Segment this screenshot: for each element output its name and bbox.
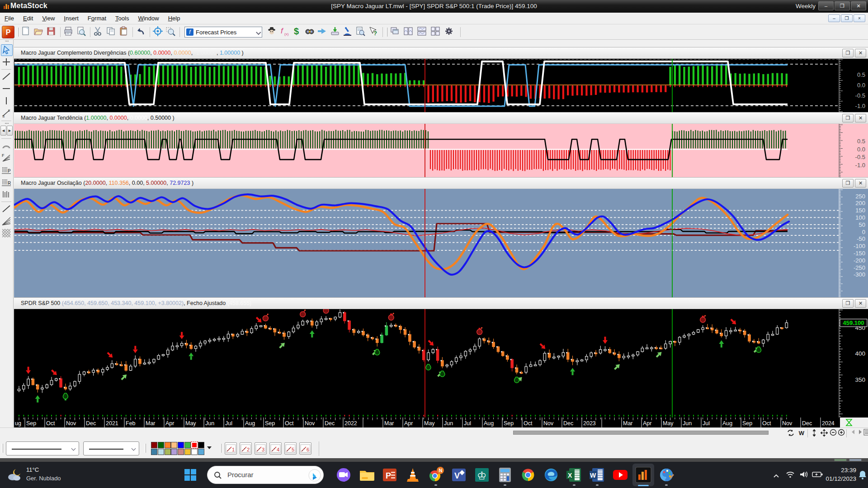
tool-trendline-diagonal-button[interactable]	[1, 71, 13, 83]
toolbar-crosshair-target-button[interactable]	[153, 26, 165, 38]
tray-chevron-icon[interactable]	[773, 472, 779, 476]
tool-fibonacci-retracement-button[interactable]: R	[1, 177, 13, 188]
template-2-button[interactable]: 2	[240, 442, 252, 455]
tool-fibonacci-price-button[interactable]: P	[1, 164, 13, 176]
horizontal-scrollbar-thumb[interactable]	[513, 431, 769, 435]
color-swatch[interactable]	[191, 449, 198, 455]
toolbar-copy-button[interactable]	[106, 26, 118, 38]
battery-icon[interactable]	[812, 471, 823, 478]
toolbar-scan-button[interactable]	[305, 26, 316, 38]
color-swatch[interactable]	[158, 449, 164, 455]
panel-restore-button[interactable]: ❒	[842, 179, 854, 188]
toolbar-undo-button[interactable]	[136, 26, 147, 38]
template-1-button[interactable]: 1	[225, 442, 237, 455]
toolbar-cascade-windows-button[interactable]	[390, 26, 401, 38]
color-swatch[interactable]	[158, 442, 164, 448]
taskbar-excel-icon[interactable]: X	[566, 466, 583, 483]
toolbar-print-button[interactable]	[63, 26, 75, 38]
toolbar-open-folder-button[interactable]	[33, 26, 45, 38]
color-swatch[interactable]	[184, 442, 191, 448]
maximize-button[interactable]: ❒	[835, 1, 850, 10]
toolbar-cut-button[interactable]	[93, 26, 105, 38]
close-button[interactable]: ✕	[851, 1, 866, 10]
tool-arc-button[interactable]	[1, 140, 13, 152]
wifi-icon[interactable]	[786, 471, 795, 478]
template-3-button[interactable]: 3	[255, 442, 267, 455]
tool-fibonacci-fan-button[interactable]: F	[1, 152, 13, 164]
powerbar-p-button[interactable]: P	[2, 26, 14, 38]
taskbar-visio-icon[interactable]: V	[450, 466, 467, 483]
scroll-weekly-button[interactable]: W	[797, 429, 807, 438]
minimize-button[interactable]: –	[818, 1, 834, 10]
tool-trendline2-button[interactable]	[1, 203, 13, 215]
forecast-combo[interactable]: fForecast Prices	[184, 27, 262, 38]
tool-hatch-pattern-button[interactable]	[1, 228, 13, 239]
toolbar-options-gear-button[interactable]	[444, 26, 456, 38]
status-button-green[interactable]	[834, 459, 847, 461]
color-swatch[interactable]	[171, 442, 177, 448]
panel-restore-button[interactable]: ❒	[842, 299, 854, 308]
toolbar-indicator-builder-button[interactable]: f(x)	[279, 26, 291, 38]
taskbar-word-icon[interactable]: W	[589, 466, 606, 483]
toolbar-save-button[interactable]	[46, 26, 58, 38]
menu-window[interactable]: Window	[133, 13, 163, 24]
nav-left-button[interactable]: ◄	[0, 126, 6, 136]
time-axis[interactable]: ugSepOctNovDec2021FebMarAprMayJunJulAugS…	[14, 418, 868, 427]
scroll-menu-button[interactable]	[862, 429, 868, 438]
tool-trendline-vertical-button[interactable]	[1, 95, 13, 107]
divergencias-chart[interactable]: 0.50.0-0.5-1.0	[14, 59, 868, 112]
notification-bell-icon[interactable]	[858, 470, 867, 480]
toolbar-system-tester-button[interactable]	[343, 26, 354, 38]
toolbar-forward-test-button[interactable]	[317, 26, 329, 38]
menu-file[interactable]: File	[0, 13, 19, 24]
color-swatch[interactable]	[178, 449, 184, 455]
child-restore-button[interactable]: ❐	[841, 14, 853, 22]
color-swatch[interactable]	[151, 449, 157, 455]
template-5-button[interactable]: 5	[284, 442, 297, 455]
toolbar-tile-vertical-button[interactable]	[403, 26, 415, 38]
menu-format[interactable]: Format	[83, 13, 111, 24]
price-chart[interactable]: 450400350459.100	[14, 309, 868, 418]
taskbar-metastock-icon[interactable]	[635, 466, 652, 483]
taskbar-teams-video-icon[interactable]	[335, 466, 352, 483]
taskbar-paint-icon[interactable]	[658, 466, 675, 483]
taskbar-calculator-icon[interactable]	[496, 466, 514, 483]
color-swatch[interactable]	[165, 449, 171, 455]
menu-tools[interactable]: Tools	[111, 13, 133, 24]
scroll-zoom-in-button[interactable]	[836, 429, 846, 438]
status-button-blue[interactable]	[849, 459, 862, 461]
menu-help[interactable]: Help	[164, 13, 185, 24]
toolbar-new-document-button[interactable]	[21, 26, 33, 38]
toolbar-zoom-button[interactable]	[165, 26, 177, 38]
toolbar-dollar-button[interactable]: $	[292, 26, 304, 38]
panel-close-button[interactable]: ✕	[855, 49, 866, 57]
palette-dropdown-arrow[interactable]	[207, 446, 212, 449]
color-swatch[interactable]	[191, 442, 198, 448]
color-swatch[interactable]	[178, 442, 184, 448]
color-swatch[interactable]	[184, 449, 191, 455]
toolbar-downloader-button[interactable]	[330, 26, 342, 38]
panel-restore-button[interactable]: ❒	[842, 114, 854, 122]
child-minimize-button[interactable]: –	[828, 14, 840, 22]
tool-crosshair-plus-button[interactable]	[1, 56, 13, 68]
toolbar-tile-quad-button[interactable]	[430, 26, 442, 38]
tool-pointer-button[interactable]	[1, 44, 13, 56]
scroll-vertical-zoom-button[interactable]	[809, 429, 819, 438]
child-close-button[interactable]: ×	[854, 14, 865, 22]
color-swatch[interactable]	[171, 449, 177, 455]
taskbar-chrome-icon[interactable]	[519, 466, 537, 483]
toolbar-tile-horizontal-button[interactable]	[417, 26, 429, 38]
clock[interactable]: 23:3901/12/2023	[826, 466, 856, 483]
tool-speed-lines-button[interactable]	[1, 216, 13, 227]
tool-trendline-sl-button[interactable]: SL	[1, 108, 13, 119]
taskbar-youtube-icon[interactable]	[612, 466, 629, 483]
taskbar-vlc-icon[interactable]	[404, 466, 421, 483]
tendencia-chart[interactable]: 0.50.0-0.5-1.0	[14, 124, 868, 177]
start-button[interactable]	[184, 469, 196, 481]
toolbar-report-button[interactable]	[355, 26, 367, 38]
panel-close-button[interactable]: ✕	[855, 179, 866, 188]
tool-cycle-lines-button[interactable]	[1, 189, 13, 201]
line-style-combo[interactable]	[6, 441, 79, 455]
menu-edit[interactable]: Edit	[19, 13, 38, 24]
menu-view[interactable]: View	[38, 13, 59, 24]
